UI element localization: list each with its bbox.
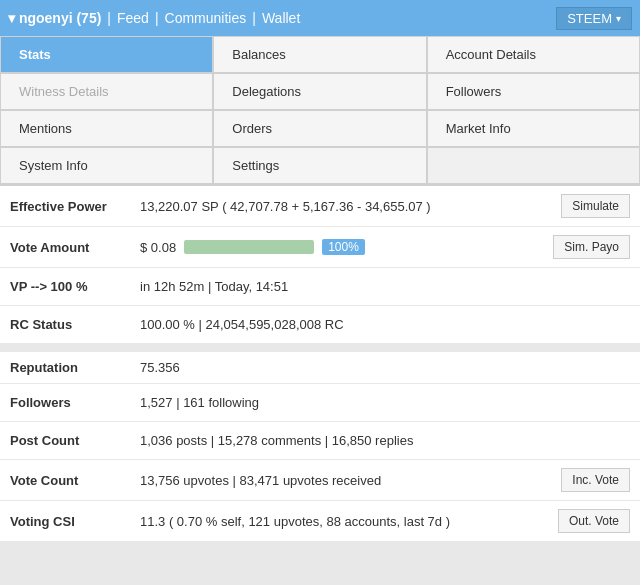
tab-row-1: Stats Balances Account Details	[0, 36, 640, 73]
out-vote-button[interactable]: Out. Vote	[558, 509, 630, 533]
tab-delegations[interactable]: Delegations	[213, 73, 426, 110]
tab-empty	[427, 147, 640, 184]
label-voting-csi: Voting CSI	[10, 514, 140, 529]
tab-row-2: Witness Details Delegations Followers	[0, 73, 640, 110]
row-vp: VP --> 100 % in 12h 52m | Today, 14:51	[0, 268, 640, 306]
value-followers: 1,527 | 161 following	[140, 395, 630, 410]
action-vote-amount: Sim. Payo	[553, 235, 630, 259]
value-reputation: 75.356	[140, 360, 630, 375]
label-vp: VP --> 100 %	[10, 279, 140, 294]
chevron-down-icon: ▾	[616, 13, 621, 24]
nav-username[interactable]: ▾ ngoenyi (75)	[8, 10, 101, 26]
row-effective-power: Effective Power 13,220.07 SP ( 42,707.78…	[0, 186, 640, 227]
nav-feed[interactable]: Feed	[117, 10, 149, 26]
steem-label: STEEM	[567, 11, 612, 26]
nav-communities[interactable]: Communities	[165, 10, 247, 26]
row-rc-status: RC Status 100.00 % | 24,054,595,028,008 …	[0, 306, 640, 344]
row-followers: Followers 1,527 | 161 following	[0, 384, 640, 422]
value-vp: in 12h 52m | Today, 14:51	[140, 279, 630, 294]
tab-market-info[interactable]: Market Info	[427, 110, 640, 147]
value-rc-status: 100.00 % | 24,054,595,028,008 RC	[140, 317, 630, 332]
tab-menu: Stats Balances Account Details Witness D…	[0, 36, 640, 186]
tab-row-3: Mentions Orders Market Info	[0, 110, 640, 147]
tab-balances[interactable]: Balances	[213, 36, 426, 73]
label-post-count: Post Count	[10, 433, 140, 448]
vote-bar-track	[184, 240, 314, 254]
simulate-button[interactable]: Simulate	[561, 194, 630, 218]
top-nav: ▾ ngoenyi (75) | Feed | Communities | Wa…	[0, 0, 640, 36]
tab-system-info[interactable]: System Info	[0, 147, 213, 184]
row-vote-count: Vote Count 13,756 upvotes | 83,471 upvot…	[0, 460, 640, 501]
nav-wallet[interactable]: Wallet	[262, 10, 300, 26]
vote-bar-fill	[184, 240, 314, 254]
steem-button[interactable]: STEEM ▾	[556, 7, 632, 30]
label-vote-amount: Vote Amount	[10, 240, 140, 255]
tab-mentions[interactable]: Mentions	[0, 110, 213, 147]
action-vote-count: Inc. Vote	[561, 468, 630, 492]
value-voting-csi: 11.3 ( 0.70 % self, 121 upvotes, 88 acco…	[140, 514, 558, 529]
tab-stats[interactable]: Stats	[0, 36, 213, 73]
row-post-count: Post Count 1,036 posts | 15,278 comments…	[0, 422, 640, 460]
label-vote-count: Vote Count	[10, 473, 140, 488]
row-reputation: Reputation 75.356	[0, 344, 640, 384]
action-effective-power: Simulate	[561, 194, 630, 218]
action-voting-csi: Out. Vote	[558, 509, 630, 533]
vote-bar-container: $ 0.08 100%	[140, 239, 553, 255]
label-effective-power: Effective Power	[10, 199, 140, 214]
nav-left: ▾ ngoenyi (75) | Feed | Communities | Wa…	[8, 10, 556, 26]
label-rc-status: RC Status	[10, 317, 140, 332]
tab-account-details[interactable]: Account Details	[427, 36, 640, 73]
row-voting-csi: Voting CSI 11.3 ( 0.70 % self, 121 upvot…	[0, 501, 640, 542]
label-reputation: Reputation	[10, 360, 140, 375]
tab-row-4: System Info Settings	[0, 147, 640, 184]
tab-settings[interactable]: Settings	[213, 147, 426, 184]
tab-witness-details: Witness Details	[0, 73, 213, 110]
tab-followers[interactable]: Followers	[427, 73, 640, 110]
value-effective-power: 13,220.07 SP ( 42,707.78 + 5,167.36 - 34…	[140, 199, 561, 214]
vote-pct: 100%	[322, 239, 365, 255]
row-vote-amount: Vote Amount $ 0.08 100% Sim. Payo	[0, 227, 640, 268]
value-post-count: 1,036 posts | 15,278 comments | 16,850 r…	[140, 433, 630, 448]
sim-payo-button[interactable]: Sim. Payo	[553, 235, 630, 259]
value-vote-amount: $ 0.08 100%	[140, 239, 553, 255]
tab-orders[interactable]: Orders	[213, 110, 426, 147]
inc-vote-button[interactable]: Inc. Vote	[561, 468, 630, 492]
vote-dollar: $ 0.08	[140, 240, 176, 255]
content-area: Effective Power 13,220.07 SP ( 42,707.78…	[0, 186, 640, 542]
value-vote-count: 13,756 upvotes | 83,471 upvotes received	[140, 473, 561, 488]
label-followers: Followers	[10, 395, 140, 410]
